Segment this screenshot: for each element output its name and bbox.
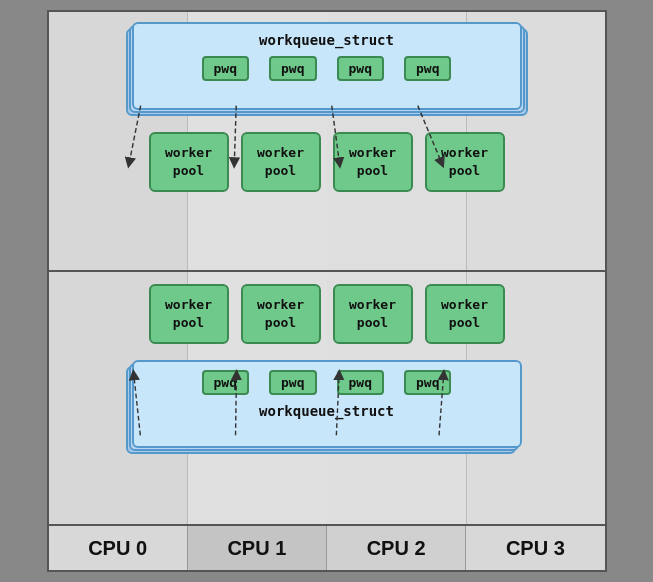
- top-pwq-2: pwq: [269, 56, 316, 81]
- top-pwq-3: pwq: [337, 56, 384, 81]
- cpu-label-3: CPU 3: [466, 526, 604, 570]
- bottom-wq-struct: pwq pwq pwq pwq workqueue_struct: [132, 360, 522, 448]
- top-worker-pool-4: worker pool: [425, 132, 505, 192]
- top-worker-pools: worker pool worker pool worker pool work…: [149, 132, 505, 192]
- cpu-label-1: CPU 1: [188, 526, 327, 570]
- cpu-label-0: CPU 0: [49, 526, 188, 570]
- bottom-wq-title: workqueue_struct: [259, 403, 394, 419]
- bottom-worker-pool-3: worker pool: [333, 284, 413, 344]
- bottom-pwq-4: pwq: [404, 370, 451, 395]
- top-worker-pool-3: worker pool: [333, 132, 413, 192]
- top-pwq-4: pwq: [404, 56, 451, 81]
- bottom-worker-pool-1: worker pool: [149, 284, 229, 344]
- bottom-worker-pools: worker pool worker pool worker pool work…: [149, 284, 505, 344]
- top-pwq-1: pwq: [202, 56, 249, 81]
- top-section: workqueue_struct pwq pwq pwq pwq: [49, 12, 605, 272]
- cpu-labels-row: CPU 0 CPU 1 CPU 2 CPU 3: [47, 526, 607, 572]
- bottom-pwq-3: pwq: [337, 370, 384, 395]
- bottom-section: worker pool worker pool worker pool work…: [49, 272, 605, 524]
- bottom-pwq-2: pwq: [269, 370, 316, 395]
- top-wq-struct: workqueue_struct pwq pwq pwq pwq: [132, 22, 522, 110]
- top-wq-title: workqueue_struct: [259, 32, 394, 48]
- cpu-label-2: CPU 2: [327, 526, 466, 570]
- bottom-worker-pool-2: worker pool: [241, 284, 321, 344]
- top-worker-pool-1: worker pool: [149, 132, 229, 192]
- top-worker-pool-2: worker pool: [241, 132, 321, 192]
- bottom-worker-pool-4: worker pool: [425, 284, 505, 344]
- bottom-pwq-1: pwq: [202, 370, 249, 395]
